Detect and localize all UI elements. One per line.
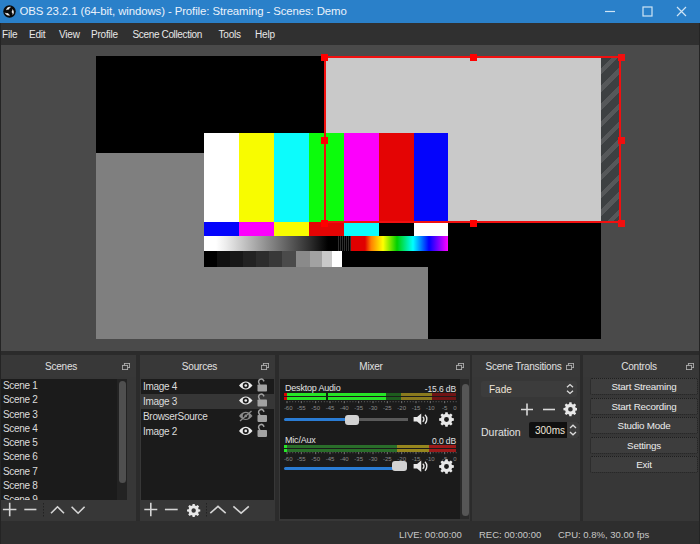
svg-text:-50: -50 xyxy=(311,456,320,462)
svg-text:-45: -45 xyxy=(326,456,335,462)
svg-text:-60: -60 xyxy=(284,405,293,411)
svg-text:-15: -15 xyxy=(412,405,421,411)
svg-text:-25: -25 xyxy=(383,456,392,462)
svg-text:-60: -60 xyxy=(284,456,293,462)
svg-text:-50: -50 xyxy=(311,405,320,411)
svg-text:-10: -10 xyxy=(426,405,435,411)
svg-text:0: 0 xyxy=(453,405,457,411)
svg-text:-5: -5 xyxy=(442,405,448,411)
svg-text:-40: -40 xyxy=(340,405,349,411)
svg-text:-55: -55 xyxy=(297,456,306,462)
svg-text:-35: -35 xyxy=(354,405,363,411)
svg-text:-30: -30 xyxy=(369,405,378,411)
svg-text:-25: -25 xyxy=(383,405,392,411)
svg-text:-30: -30 xyxy=(369,456,378,462)
svg-text:-55: -55 xyxy=(297,405,306,411)
svg-text:-35: -35 xyxy=(354,456,363,462)
svg-text:-40: -40 xyxy=(340,456,349,462)
svg-text:-20: -20 xyxy=(397,405,406,411)
svg-text:-45: -45 xyxy=(326,405,335,411)
